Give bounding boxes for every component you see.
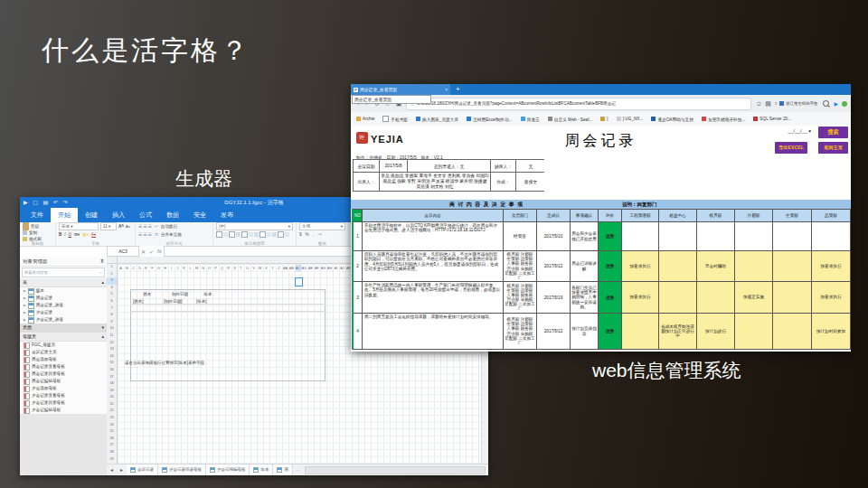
tree-item[interactable]: 周会记录目录母板 [20,371,107,378]
cut-button[interactable]: 剪切 [31,224,39,229]
row-header-12[interactable]: 12 [107,340,117,347]
bookmark-item[interactable]: 简道云 [521,117,540,122]
wrap-text-button[interactable]: 自动换行 [161,224,177,229]
row-header-18[interactable]: 18 [107,380,117,388]
back-home-button[interactable]: 返回主页 [818,142,848,154]
merge-cells-button[interactable]: 合并单元格 [161,232,182,237]
address-bar[interactable]: ☆ 172.18.18.180/ZXH/周会记录_查看页面?pageContex… [406,98,751,110]
object-search-input[interactable]: 检索表或页面⌕ [22,267,105,277]
expand-arrow-icon[interactable]: ▶ [24,316,26,324]
row-header-14[interactable]: 14 [107,353,117,361]
grow-font-icon[interactable]: A˄ [118,224,124,229]
row-headers[interactable]: 1234567891011121314151617181920212223242… [107,264,118,464]
tree-item[interactable]: 周会记编辑母板 [20,378,107,385]
sheet-tab-会议记录[interactable]: 会议记录 [127,465,158,475]
tree-item[interactable]: 夕会记录目录母板 [20,399,107,407]
bold-button[interactable]: B [59,232,61,237]
designer-tab-文件[interactable]: 文件 [24,208,51,222]
tree-item[interactable]: 周会添加母板 [20,356,107,363]
merge-cells-icon[interactable]: ⊡ [155,232,158,237]
cell-type-icons[interactable] [216,231,293,238]
fx-icon[interactable]: fx [157,249,162,254]
bookmark-item[interactable]: 自定义 Web - Seaf... [548,117,593,122]
sheet-tab-夕会记录目录母板[interactable]: 夕会记录目录母板 [158,465,206,475]
font-name-dropdown[interactable]: 宋体 ▾ [59,222,99,230]
bookmark-item[interactable]: 手机书签 [382,116,408,122]
tree-item[interactable]: 夕会记录查看母板 [20,392,107,399]
tree-item[interactable]: ▶版本 [20,287,107,295]
export-excel-button[interactable]: 导出EXCEL [775,142,807,154]
cancel-icon[interactable]: ✕ [141,249,146,255]
tree-item[interactable]: ▶周会记录_讲值 [20,302,107,309]
pin-icon[interactable]: ⊼ [100,257,104,266]
row-header-2[interactable]: 2 [107,271,117,278]
expand-arrow-icon[interactable]: ▶ [24,295,26,302]
paste-icon[interactable] [23,222,29,230]
wrap-text-icon[interactable]: ↩ [155,224,158,229]
underline-button[interactable]: U [69,232,71,237]
browser-tab[interactable]: F 周会记录_查看页面 × [351,84,450,95]
fill-color-icon[interactable]: ▨▾ [82,232,89,237]
tree-item[interactable]: 夕会添加母板 [20,385,107,392]
bookmark-item[interactable]: 通达OA帮助与支持 [651,117,693,122]
row-header-22[interactable]: 22 [107,408,117,415]
row-header-11[interactable]: 11 [107,333,117,340]
row-header-26[interactable]: 26 [107,436,117,443]
tree-item[interactable]: 周会记录查看母板 [20,363,107,371]
sheet-tab-周[interactable]: 周 [273,465,293,475]
row-header-8[interactable]: 8 [107,312,117,319]
cell-type-dropdown[interactable]: (空)▾ [216,222,293,230]
borders-icon[interactable]: ⊞▾ [74,232,80,237]
designer-tab-安全[interactable]: 安全 [186,208,213,222]
close-tab-icon[interactable]: × [445,88,448,92]
row-header-17[interactable]: 17 [107,374,117,381]
font-color-icon[interactable]: A▾ [91,232,96,238]
tree-item[interactable]: ▶夕会记录_讲值 [20,316,107,324]
favorites-icon[interactable]: ✩ [756,100,761,108]
row-header-25[interactable]: 25 [107,428,117,436]
copy-button[interactable]: 复制 [29,230,37,235]
selected-cell[interactable] [295,277,303,286]
designer-tab-开始[interactable]: 开始 [51,208,78,222]
horizontal-scrollbar[interactable] [305,466,486,474]
search-icon[interactable] [823,100,829,107]
bookmark-item[interactable]: ] UG_NX... [617,117,644,121]
row-header-4[interactable]: 4 [107,285,117,292]
bookmark-item[interactable]: Archie [356,117,374,121]
more-icon[interactable]: › [775,100,777,107]
tree-section-页面[interactable]: 页面▾ [20,324,107,333]
sheet-nav-right-icon[interactable]: ► [117,467,127,473]
shrink-font-icon[interactable]: A˅ [126,224,130,229]
italic-button[interactable]: I [64,232,65,237]
row-header-29[interactable]: 29 [107,456,117,464]
tree-item[interactable]: 夕会记编辑母板 [20,407,107,414]
grid-corner[interactable] [107,257,118,264]
designer-tab-数据[interactable]: 数据 [159,208,186,222]
designer-tab-创建[interactable]: 创建 [78,208,105,222]
row-header-1[interactable]: 1 [107,264,117,271]
copy-icon[interactable] [23,230,27,235]
row-header-9[interactable]: 9 [107,319,117,326]
font-size-dropdown[interactable]: 11 ▾ [100,222,117,230]
designer-tab-发布[interactable]: 发布 [213,208,241,222]
designer-tab-插入[interactable]: 插入 [105,208,132,222]
bookmark-item[interactable]: 怎样用Excel制作动... [467,117,513,122]
expand-arrow-icon[interactable]: ▶ [24,302,26,309]
sheet-tab-版本[interactable]: 版本 [250,465,273,475]
row-header-27[interactable]: 27 [107,442,117,449]
tree-item[interactable]: FGC_母版页 [20,342,107,349]
bookmark-item[interactable]: 东莞市精电子科技... [702,117,745,122]
row-header-28[interactable]: 28 [107,449,117,456]
extension-dot-icon[interactable] [842,101,847,107]
tree-item[interactable]: ▶夕会记录 [20,309,107,316]
row-header-13[interactable]: 13 [107,346,117,353]
date-filter-input[interactable]: __/__/__ ▾ [788,128,811,134]
bookmark-item[interactable]: SQL Server 20... [753,117,791,121]
row-header-20[interactable]: 20 [107,394,117,401]
row-header-24[interactable]: 24 [107,422,117,429]
bookmark-item[interactable]: 插入图表_百度文库 [416,117,458,122]
sheet-tab-夕会记编辑母板[interactable]: 夕会记编辑母板 [206,465,250,475]
bookmark-item[interactable]: [ [600,117,608,121]
tree-item[interactable]: ▶周会记录 [20,295,107,302]
row-header-7[interactable]: 7 [107,305,117,313]
